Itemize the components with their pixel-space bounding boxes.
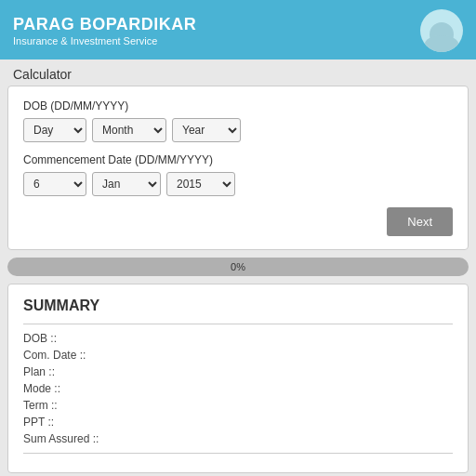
progress-bar-container: 0%: [7, 258, 469, 276]
summary-dob: DOB ::: [23, 330, 453, 347]
dob-row: Day 12345 678910 15202531 Month JanFebMa…: [23, 118, 453, 142]
dob-label: DOB (DD/MM/YYYY): [23, 99, 453, 112]
commencement-label: Commencement Date (DD/MM/YYYY): [23, 153, 453, 166]
progress-label: 0%: [231, 261, 245, 272]
summary-ppt: PPT ::: [23, 414, 453, 430]
dob-day-select[interactable]: Day 12345 678910 15202531: [23, 118, 86, 142]
section-label: Calculator: [0, 60, 476, 86]
header-text: PARAG BOPARDIKAR Insurance & Investment …: [13, 15, 196, 46]
header: PARAG BOPARDIKAR Insurance & Investment …: [0, 0, 476, 60]
comm-day-select[interactable]: 12345 678910 15202531: [23, 172, 86, 196]
header-subtitle: Insurance & Investment Service: [13, 35, 196, 46]
comm-month-select[interactable]: JanFebMarApr MayJunJulAug SepOctNovDec: [92, 172, 161, 196]
calculator-card: DOB (DD/MM/YYYY) Day 12345 678910 152025…: [7, 86, 469, 250]
summary-divider-bottom: [23, 453, 453, 454]
dob-year-select[interactable]: Year 1950196019701980 199020002010: [172, 118, 241, 142]
summary-sum-assured: Sum Assured ::: [23, 430, 453, 447]
comm-year-select[interactable]: 2010201120122013 201420152016 20172018: [166, 172, 235, 196]
avatar: [420, 9, 463, 52]
summary-term: Term ::: [23, 397, 453, 414]
next-button[interactable]: Next: [387, 207, 453, 236]
summary-com-date: Com. Date ::: [23, 347, 453, 364]
header-title: PARAG BOPARDIKAR: [13, 15, 196, 34]
summary-divider-top: [23, 324, 453, 324]
commencement-row: 12345 678910 15202531 JanFebMarApr MayJu…: [23, 172, 453, 196]
summary-plan: Plan ::: [23, 364, 453, 380]
next-row: Next: [23, 207, 453, 236]
dob-month-select[interactable]: Month JanFebMarApr MayJunJulAug SepOctNo…: [92, 118, 166, 142]
avatar-body: [425, 35, 458, 52]
summary-mode: Mode ::: [23, 380, 453, 397]
summary-title: SUMMARY: [23, 298, 453, 314]
summary-card: SUMMARY DOB :: Com. Date :: Plan :: Mode…: [7, 284, 469, 473]
